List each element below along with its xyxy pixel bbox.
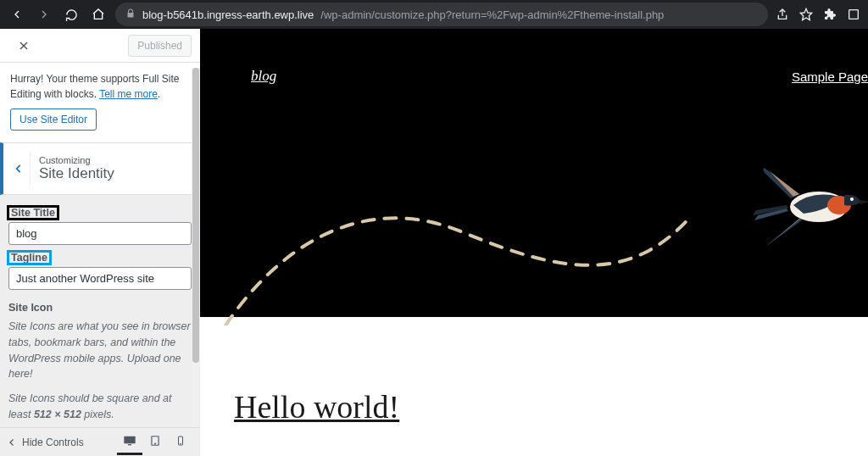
hide-controls-label: Hide Controls [22,437,84,448]
extensions-icon[interactable] [822,7,837,22]
close-customizer-button[interactable] [8,31,39,61]
site-icon-heading: Site Icon [8,302,192,314]
panel-overline: Customizing [39,155,114,165]
svg-point-7 [155,443,156,444]
site-title-label: Site Title [8,207,58,219]
panel-header: Customizing Site Identity [0,142,200,195]
svg-marker-0 [800,8,811,19]
bird-graphic [753,164,868,249]
use-site-editor-button[interactable]: Use Site Editor [10,108,97,131]
customizer-sidebar: Published Hurray! Your theme supports Fu… [0,29,200,456]
svg-point-9 [181,443,181,444]
address-path: /wp-admin/customize.php?return=%2Fwp-adm… [320,8,664,21]
site-icon-desc-1: Site Icons are what you see in browser t… [8,319,192,382]
browser-toolbar: blog-b5641b.ingress-earth.ewp.live/wp-ad… [0,0,868,29]
sidebar-scrollbar[interactable] [192,68,200,427]
tagline-label: Tagline [8,252,50,264]
site-preview: blog Sample Page [200,29,868,456]
nav-forward-button[interactable] [34,4,54,25]
publish-button[interactable]: Published [128,35,192,57]
controls-area: Site Title Tagline Site Icon Site Icons … [0,195,200,456]
svg-rect-1 [849,10,859,19]
sidebar-footer: Hide Controls [0,427,200,456]
preview-site-title[interactable]: blog [251,68,276,85]
panel-back-button[interactable] [7,152,31,186]
share-icon[interactable] [775,7,790,22]
svg-rect-4 [124,437,135,444]
hero-section: blog Sample Page [200,29,868,317]
device-preview-group [117,430,193,455]
hide-controls-button[interactable]: Hide Controls [7,437,84,448]
device-mobile-button[interactable] [168,430,193,455]
flight-trail-graphic [209,181,709,325]
svg-rect-5 [128,444,131,445]
preview-post-title[interactable]: Hello world! [234,388,399,425]
address-bar[interactable]: blog-b5641b.ingress-earth.ewp.live/wp-ad… [115,3,768,26]
sidebar-scrollbar-thumb[interactable] [192,68,199,363]
device-tablet-button[interactable] [142,430,168,455]
sidebar-header: Published [0,29,200,63]
nav-reload-button[interactable] [61,4,81,25]
lock-icon [125,8,136,21]
tagline-input[interactable] [8,267,192,290]
site-title-input[interactable] [8,222,192,245]
site-icon-desc-2: Site Icons should be square and at least… [8,391,192,423]
fse-notice: Hurray! Your theme supports Full Site Ed… [0,63,200,142]
account-icon[interactable] [846,7,861,22]
star-icon[interactable] [798,7,814,22]
browser-right-icons [775,7,861,22]
tell-me-more-link[interactable]: Tell me more [99,88,158,100]
nav-home-button[interactable] [88,4,108,25]
address-domain: blog-b5641b.ingress-earth.ewp.live [142,8,314,21]
preview-menu-item[interactable]: Sample Page [792,70,868,84]
notice-post: . [158,88,160,100]
nav-back-button[interactable] [7,4,27,25]
svg-point-12 [850,197,854,201]
device-desktop-button[interactable] [117,430,142,455]
panel-title: Site Identity [39,165,114,182]
